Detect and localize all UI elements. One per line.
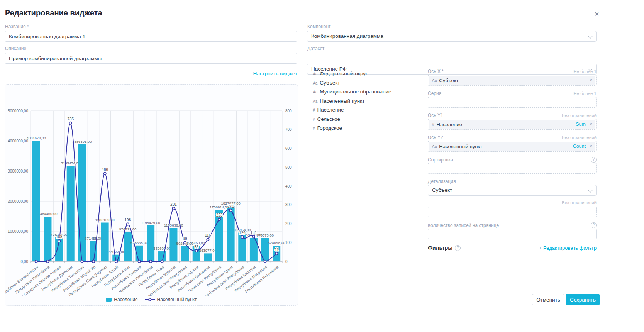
bar-value-label: 263977,00 (199, 248, 217, 252)
field-type-text-icon: Аа (313, 81, 317, 85)
name-label: Название * (5, 24, 29, 29)
svg-text:0,00: 0,00 (21, 259, 29, 264)
bar-value-label: 976422,00 (119, 227, 136, 231)
axis-y1-dropzone[interactable]: # Население Sum × (428, 119, 597, 130)
bar[interactable] (124, 232, 132, 261)
field-type-text-icon: Аа (313, 72, 317, 76)
bar[interactable] (101, 223, 109, 261)
line-point[interactable] (218, 218, 220, 220)
legend-item-line[interactable]: Населенный пункт (145, 297, 197, 302)
dataset-field[interactable]: АаНаселенный пункт (313, 98, 421, 107)
edit-filter-link[interactable]: + Редактировать фильтр (539, 245, 597, 251)
description-label: Описание (5, 46, 26, 51)
bar[interactable] (204, 253, 212, 261)
line-point[interactable] (275, 252, 278, 255)
line-value-label: 108 (56, 235, 63, 239)
description-input[interactable] (5, 53, 297, 64)
remove-icon[interactable]: × (590, 144, 592, 149)
legend-line-label: Населенный пункт (157, 297, 197, 302)
bar[interactable] (147, 225, 154, 261)
line-point[interactable] (92, 260, 95, 263)
configure-widget-link[interactable]: Настроить виджет (5, 71, 297, 76)
svg-text:800: 800 (285, 109, 292, 113)
line-point[interactable] (115, 260, 117, 263)
svg-text:0: 0 (285, 259, 288, 264)
line-point[interactable] (103, 173, 106, 175)
axis-y2-chip[interactable]: Аа Населенный пункт Count × (429, 142, 595, 151)
remove-icon[interactable]: × (590, 78, 592, 83)
extra-limit: Без ограничений (562, 200, 597, 205)
aggregation-badge[interactable]: Count (573, 144, 586, 149)
dataset-fields-list: АаФедеральный округАаСубъектАаМуниципаль… (313, 71, 421, 134)
axis-x-dropzone[interactable]: Аа Субъект × (428, 75, 597, 86)
dataset-field[interactable]: АаМуниципальное образование (313, 89, 421, 98)
axis-y2-dropzone[interactable]: Аа Населенный пункт Count × (428, 141, 597, 152)
line-point[interactable] (149, 260, 152, 263)
line-point[interactable] (81, 260, 83, 263)
line-point[interactable] (184, 242, 186, 244)
chevron-down-icon (588, 188, 592, 192)
bar[interactable] (78, 144, 86, 261)
line-point[interactable] (195, 250, 198, 252)
line-value-label: 271 (227, 204, 234, 208)
bar-value-label: 3886395,00 (72, 139, 92, 144)
bar[interactable] (181, 246, 189, 261)
name-input[interactable] (5, 31, 297, 42)
cancel-button[interactable]: Отменить (532, 294, 564, 305)
aggregation-badge[interactable]: Sum (576, 122, 586, 127)
component-select[interactable]: Комбинированная диаграмма (307, 31, 597, 42)
bar-value-label: 1484460,00 (38, 212, 57, 216)
axis-x-limit: Не более 1 (573, 69, 597, 74)
component-label: Компонент (307, 24, 331, 29)
axis-y1-chip[interactable]: # Население Sum × (429, 120, 595, 129)
line-point[interactable] (241, 236, 243, 238)
close-icon[interactable]: × (595, 10, 599, 18)
line-point[interactable] (264, 260, 266, 263)
axis-x-chip-label: Субъект (439, 78, 587, 83)
field-type-number-icon: # (313, 126, 315, 130)
series-limit: Не более 1 (573, 91, 597, 96)
dataset-field[interactable]: АаСубъект (313, 80, 421, 89)
dataset-field[interactable]: #Население (313, 107, 421, 116)
bar[interactable] (44, 217, 51, 261)
bar-value-label: 524058,00 (268, 241, 285, 245)
line-point[interactable] (58, 240, 60, 242)
line-point[interactable] (207, 238, 209, 241)
legend-item-bar[interactable]: Население (106, 297, 137, 302)
line-point[interactable] (127, 223, 129, 225)
svg-text:600: 600 (285, 146, 292, 151)
line-point[interactable] (253, 235, 255, 238)
line-point[interactable] (69, 122, 72, 124)
bar[interactable] (67, 166, 75, 261)
page-size-input[interactable] (428, 229, 597, 239)
bar[interactable] (32, 141, 40, 261)
line-point[interactable] (172, 207, 175, 210)
help-icon[interactable]: ? (591, 222, 597, 228)
detail-select[interactable]: Субъект (428, 185, 597, 196)
field-type-number-icon: # (432, 122, 434, 127)
extra-dropzone[interactable] (428, 207, 597, 217)
help-icon[interactable]: ? (591, 157, 597, 163)
line-point[interactable] (161, 260, 163, 263)
svg-text:3000000,00: 3000000,00 (8, 169, 28, 173)
dataset-field[interactable]: #Сельское (313, 116, 421, 125)
bar[interactable] (215, 210, 223, 261)
dataset-field[interactable]: АаФедеральный округ (313, 71, 421, 80)
save-button[interactable]: Сохранить (566, 294, 600, 305)
line-point[interactable] (138, 260, 140, 263)
bar-value-label: 528338,00 (130, 241, 148, 245)
line-point[interactable] (46, 260, 49, 263)
line-marker-icon (145, 298, 155, 302)
series-dropzone[interactable] (428, 97, 597, 108)
help-icon[interactable]: ? (455, 245, 461, 251)
svg-text:300: 300 (285, 203, 292, 207)
dataset-field-label: Субъект (320, 80, 340, 86)
dataset-field[interactable]: #Городское (313, 125, 421, 134)
axis-x-chip[interactable]: Аа Субъект × (429, 76, 595, 85)
field-type-text-icon: Аа (313, 99, 317, 103)
sorting-dropzone[interactable] (428, 163, 597, 174)
line-value-label: 198 (125, 218, 131, 222)
remove-icon[interactable]: × (590, 122, 592, 127)
line-point[interactable] (229, 209, 232, 212)
line-point[interactable] (35, 260, 37, 263)
